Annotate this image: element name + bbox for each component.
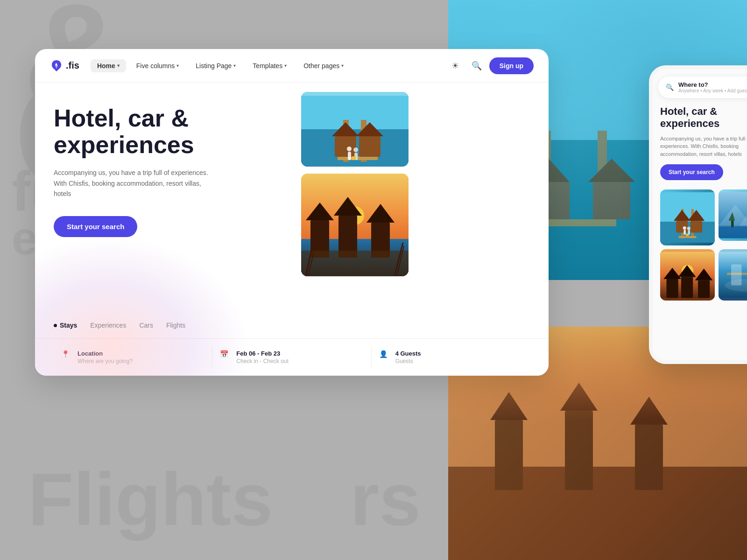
phone-mockup: 🔍 Where to? Anywhere • Any week • Add gu…: [649, 65, 747, 364]
guests-label: 4 Guests: [395, 350, 421, 357]
theme-toggle-button[interactable]: ☀: [446, 57, 464, 75]
nav-chevron-home: ▾: [117, 63, 120, 68]
nav-item-five-columns[interactable]: Five columns ▾: [130, 59, 185, 72]
phone-image-1: [660, 189, 715, 245]
svg-point-59: [687, 227, 691, 230]
phone-image-3: [660, 249, 715, 301]
svg-point-28: [347, 147, 352, 151]
svg-rect-42: [301, 251, 409, 276]
hero-section: Hotel, car & experiences Accompanying us…: [35, 83, 549, 376]
phone-search-main-text: Where to?: [678, 81, 747, 88]
hero-title: Hotel, car & experiences: [54, 105, 273, 158]
svg-rect-60: [686, 234, 689, 236]
navbar: .fis Home ▾ Five columns ▾ Listing Page …: [35, 49, 549, 83]
tab-flights-label: Flights: [166, 322, 185, 329]
tab-flights[interactable]: Flights: [166, 322, 185, 329]
nav-chevron-five-columns: ▾: [176, 63, 179, 68]
svg-rect-23: [335, 136, 356, 157]
svg-rect-27: [348, 152, 351, 160]
nav-item-templates[interactable]: Templates ▾: [246, 59, 293, 72]
hero-image-bottom: [301, 174, 409, 276]
hero-image-top: [301, 92, 409, 167]
svg-rect-15: [635, 425, 663, 490]
guests-icon: 👤: [379, 350, 388, 358]
svg-rect-75: [698, 280, 710, 298]
logo-text: .fis: [66, 60, 79, 71]
main-card: .fis Home ▾ Five columns ▾ Listing Page …: [35, 49, 549, 376]
nav-item-home[interactable]: Home ▾: [91, 59, 126, 72]
nav-item-listing-page-label: Listing Page: [196, 62, 232, 70]
svg-rect-52: [676, 221, 688, 232]
phone-search-bar[interactable]: 🔍 Where to? Anywhere • Any week • Add gu…: [658, 77, 747, 98]
nav-item-other-pages[interactable]: Other pages ▾: [297, 59, 350, 72]
signup-button[interactable]: Sign up: [489, 57, 534, 74]
svg-rect-73: [681, 277, 693, 298]
hero-subtitle: Accompanying us, you have a trip full of…: [54, 168, 212, 199]
phone-search-icon: 🔍: [666, 84, 674, 91]
tab-stays[interactable]: Stays: [54, 322, 77, 329]
tab-stays-dot: [54, 324, 57, 327]
bg-text-rs: rs: [350, 462, 421, 537]
svg-rect-56: [684, 230, 686, 235]
hero-left: Hotel, car & experiences Accompanying us…: [35, 83, 292, 376]
hero-right: [292, 83, 549, 376]
svg-rect-31: [352, 156, 356, 160]
svg-rect-64: [731, 219, 733, 228]
nav-item-other-pages-label: Other pages: [303, 62, 339, 70]
phone-image-2: [719, 189, 747, 241]
phone-search-text: Where to? Anywhere • Any week • Add gues…: [678, 81, 747, 93]
phone-content: Hotel, car & experiences Accompanying us…: [653, 102, 747, 304]
svg-rect-68: [719, 227, 747, 238]
tab-cars[interactable]: Cars: [139, 322, 153, 329]
search-tabs: Stays Experiences Cars Flights: [54, 322, 185, 329]
phone-cta-button[interactable]: Start your search: [660, 164, 723, 180]
tab-stays-label: Stays: [60, 322, 77, 329]
svg-rect-25: [359, 136, 381, 157]
logo-icon: [50, 59, 63, 72]
nav-item-templates-label: Templates: [253, 62, 282, 70]
svg-rect-71: [667, 279, 678, 298]
svg-rect-7: [593, 182, 630, 219]
phone-hero-subtitle: Accompanying us, you have a trip full of…: [660, 135, 747, 158]
phone-hero-title: Hotel, car & experiences: [660, 105, 747, 130]
phone-search-sub-text: Anywhere • Any week • Add guests: [678, 88, 747, 93]
svg-rect-11: [495, 420, 523, 490]
hero-cta-button[interactable]: Start your search: [54, 216, 137, 237]
nav-item-listing-page[interactable]: Listing Page ▾: [189, 59, 242, 72]
phone-inner: 🔍 Where to? Anywhere • Any week • Add gu…: [653, 69, 747, 360]
nav-item-five-columns-label: Five columns: [136, 62, 175, 70]
svg-point-57: [683, 226, 686, 230]
nav-chevron-listing-page: ▾: [233, 63, 236, 68]
svg-point-30: [353, 147, 358, 152]
bg-text-flights-label: Flights: [28, 462, 273, 537]
svg-rect-32: [301, 92, 409, 96]
nav-chevron-other-pages: ▾: [341, 63, 344, 68]
svg-rect-51: [679, 236, 697, 238]
guests-sub: Guests: [395, 358, 421, 364]
svg-rect-54: [691, 221, 702, 232]
search-button[interactable]: 🔍: [468, 57, 486, 75]
hero-image-top-content: [301, 92, 409, 167]
svg-rect-18: [301, 92, 409, 129]
hero-blob: [35, 236, 250, 376]
tab-cars-label: Cars: [139, 322, 153, 329]
phone-images-grid: [660, 189, 747, 301]
svg-rect-10: [448, 467, 747, 560]
phone-image-4: [719, 249, 747, 301]
svg-rect-13: [565, 411, 593, 490]
search-field-guests[interactable]: 👤 4 Guests Guests: [372, 346, 530, 368]
logo[interactable]: .fis: [50, 59, 79, 72]
nav-item-home-label: Home: [97, 62, 115, 70]
tab-experiences[interactable]: Experiences: [90, 322, 126, 329]
hero-image-bottom-content: [301, 174, 409, 276]
nav-chevron-templates: ▾: [284, 63, 287, 68]
tab-experiences-label: Experiences: [90, 322, 126, 329]
